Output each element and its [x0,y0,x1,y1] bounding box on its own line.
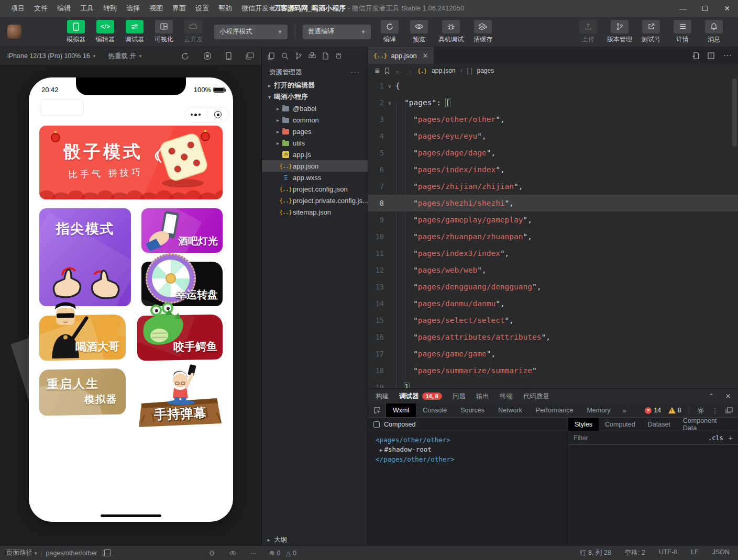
visualize-button[interactable]: 可视化 [150,20,178,44]
split-editor-icon[interactable] [708,52,714,59]
code-editor[interactable]: 1∨{2∨"pages": [3"pages/other/other",4"pa… [368,77,738,388]
simulator-button[interactable]: 模拟器 [62,20,90,44]
tree-item-common[interactable]: ▸common [262,114,368,126]
tree-item-project.private.config.js...[interactable]: {..}project.private.config.js... [262,195,368,206]
tile-bar-lights[interactable]: 酒吧灯光 [141,208,223,253]
maximize-icon[interactable]: ☐ [694,0,716,17]
menu-item[interactable]: 设置 [191,0,214,17]
git-branch-icon[interactable] [295,52,302,60]
menu-item[interactable]: 视图 [145,0,168,17]
inspect-element-icon[interactable] [368,404,386,417]
indent-setting[interactable]: 空格: 2 [625,548,645,557]
copy-path-icon[interactable] [103,550,108,556]
device-select[interactable]: iPhone 12/13 (Pro) 100% 16▾ [7,52,95,60]
close-miniprogram-button[interactable] [207,111,229,118]
menu-item[interactable]: 选择 [122,0,145,17]
debugger-button[interactable]: 调试器 [121,20,148,44]
encoding[interactable]: UTF-8 [659,548,677,557]
tile-restart-life-simulator[interactable]: 重启人生 模拟器 [39,368,126,416]
outline-section[interactable]: ▸大纲 [262,534,368,545]
tile-drinking-boss[interactable]: 喝酒大哥 [39,315,126,361]
close-panel-icon[interactable]: ✕ [725,393,731,400]
close-tab-icon[interactable]: ✕ [423,52,428,60]
breadcrumb-file[interactable]: app.json [432,67,455,74]
tab-styles[interactable]: Styles [568,418,599,431]
tab-problems[interactable]: 问题 [453,392,466,401]
tab-console[interactable]: Console [416,404,454,417]
tree-item-打开的编辑器[interactable]: ▸打开的编辑器 [262,80,368,91]
more-menu-button[interactable] [185,114,207,116]
remote-debug-button[interactable]: 真机调试 [435,20,467,44]
tile-biting-crocodile[interactable]: 咬手鳄鱼 [137,315,223,361]
open-preview-icon[interactable] [692,52,699,59]
back-icon[interactable]: ← [394,67,401,75]
cls-toggle[interactable]: .cls [708,434,723,442]
breadcrumb-node[interactable]: pages [477,67,494,74]
minimize-icon[interactable]: — [672,0,694,17]
tree-item-pages[interactable]: ▸pages [262,126,368,137]
tree-item-app.js[interactable]: JSapp.js [262,149,368,160]
tab-memory[interactable]: Memory [580,404,617,417]
tree-item-喝酒小程序[interactable]: ▾喝酒小程序 [262,91,368,103]
device-frame-icon[interactable] [226,52,232,60]
nav-back-placeholder[interactable] [40,99,84,116]
tile-fingertip-mode[interactable]: 指尖模式 [39,208,131,306]
new-style-rule-icon[interactable]: + [729,434,733,442]
page-path-select[interactable]: 页面路径▾ [6,548,37,557]
dock-side-icon[interactable] [725,407,733,413]
tab-computed[interactable]: Computed [599,418,642,431]
composed-checkbox[interactable] [373,421,380,428]
rotate-icon[interactable] [181,52,189,60]
tree-item-app.json[interactable]: {..}app.json [262,160,368,172]
tree-item-sitemap.json[interactable]: {..}sitemap.json [262,206,368,218]
more-actions-icon[interactable]: ··· [351,69,361,76]
warning-count[interactable]: 8 [668,407,681,414]
tab-performance[interactable]: Performance [529,404,580,417]
tree-item-project.config.json[interactable]: {..}project.config.json [262,183,368,195]
forward-icon[interactable]: → [406,67,413,75]
tile-dice-mode[interactable]: 骰子模式 比手气 拼技巧 [39,126,223,199]
hot-reload-toggle[interactable]: 热重载 开▾ [108,52,141,61]
tree-item-utils[interactable]: ▸utils [262,137,368,149]
home-indicator[interactable] [101,514,161,517]
menu-item[interactable]: 转到 [98,0,122,17]
menu-item[interactable]: 项目 [6,0,29,17]
tab-sources[interactable]: Sources [454,404,491,417]
vconsole-bug-icon[interactable] [208,550,215,556]
tabs-overflow-icon[interactable]: » [618,404,632,417]
tab-debugger[interactable]: 调试器14, 8 [399,392,442,401]
details-button[interactable]: 详情 [668,20,697,44]
wxml-shadow-root[interactable]: ▶#shadow-root [376,445,568,455]
eol-setting[interactable]: LF [691,548,699,557]
tab-build[interactable]: 构建 [376,392,389,401]
menu-item[interactable]: 界面 [168,0,191,17]
more-actions-icon[interactable]: ··· [723,51,732,60]
language-mode[interactable]: JSON [712,548,730,557]
appium-icon[interactable] [335,53,342,60]
tile-handheld-danmu[interactable]: 手持弹幕 [137,363,223,431]
avatar[interactable] [7,25,21,39]
settings-gear-icon[interactable] [697,407,704,415]
composed-toggle[interactable]: Composed [368,418,568,431]
menu-item[interactable]: 文件 [29,0,52,17]
multi-window-icon[interactable] [246,52,254,60]
menu-item[interactable]: 工具 [75,0,98,17]
kebab-menu-icon[interactable]: ⋮ [712,407,719,415]
tab-component-data[interactable]: Component Data [677,418,738,431]
menu-item[interactable]: 编辑 [52,0,75,17]
tab-output[interactable]: 输出 [476,392,489,401]
collapse-panel-icon[interactable]: ⌃ [709,393,714,400]
compile-select[interactable]: 普通编译 ▼ [303,25,371,39]
wxml-close-tag[interactable]: </pages/other/other> [376,455,568,464]
mode-select[interactable]: 小程序模式 ▼ [214,25,288,39]
tab-dataset[interactable]: Dataset [642,418,677,431]
test-account-button[interactable]: 测试号 [636,20,666,44]
version-control-button[interactable]: 版本管理 [605,20,634,44]
tab-wxml[interactable]: Wxml [386,404,416,417]
bookmark-icon[interactable] [384,68,390,74]
more-options-icon[interactable]: ··· [250,550,257,557]
search-icon[interactable] [281,52,289,60]
messages-button[interactable]: 消息 [699,20,729,44]
tree-item-@babel[interactable]: ▸@babel [262,103,368,114]
warning-counter[interactable]: △0 [285,549,296,557]
